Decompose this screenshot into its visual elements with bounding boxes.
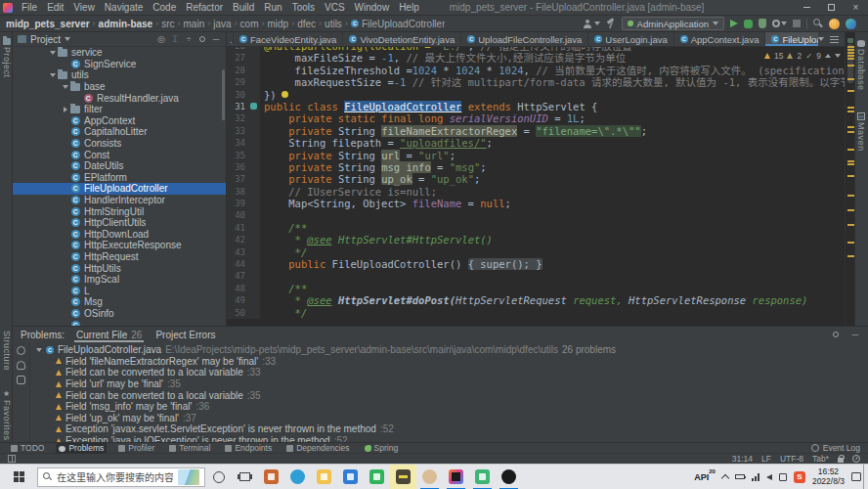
collapse-all-icon[interactable]: ÷: [184, 34, 194, 44]
chevron-down-icon[interactable]: [50, 73, 56, 77]
tree-item[interactable]: CHttpExecuteResponse: [13, 240, 226, 251]
tree-item[interactable]: CCapitalhoLitter: [13, 126, 226, 138]
taskbar-clock[interactable]: 16:52 2022/8/3: [812, 467, 845, 487]
menu-build[interactable]: Build: [228, 2, 259, 13]
menu-navigate[interactable]: Navigate: [100, 2, 148, 13]
code-line[interactable]: 35 private String url = "url";: [227, 150, 845, 161]
menu-vcs[interactable]: VCS: [320, 2, 350, 13]
project-panel-title[interactable]: Project: [30, 34, 61, 45]
code-line[interactable]: 31public class FileUploadCotroller exten…: [227, 101, 845, 112]
problem-row[interactable]: Exception 'javax.servlet.ServletExceptio…: [30, 423, 868, 435]
breadcrumb-item[interactable]: midp_pets_server: [6, 19, 90, 29]
problem-row[interactable]: Field 'url' may be 'final':35: [30, 378, 868, 390]
tree-item[interactable]: CResultHandler.java: [13, 92, 226, 104]
tree-item[interactable]: CHttpDownLoad: [13, 229, 226, 241]
tree-item[interactable]: base: [13, 81, 226, 93]
warning-stripe-mark[interactable]: [847, 163, 854, 165]
code-line[interactable]: 42 * @see HttpServlet#HttpServlet(): [227, 234, 845, 245]
taskbar-app-edge-browser[interactable]: [284, 465, 311, 489]
close-button[interactable]: ×: [844, 0, 868, 16]
tool-stripe-structure[interactable]: Structure: [0, 331, 13, 371]
breadcrumb-item[interactable]: admin-base: [99, 19, 153, 29]
tool-stripe-database[interactable]: Database: [856, 40, 866, 91]
problem-row[interactable]: Field 'fileNameExtractorRegex' may be 'f…: [30, 356, 868, 368]
tree-item[interactable]: CHandlerInterceptor: [13, 195, 226, 206]
expand-all-icon[interactable]: ⌶: [170, 34, 180, 44]
code-line[interactable]: 38 // IUserService is=null;: [227, 186, 845, 198]
tabs-list-icon[interactable]: [830, 36, 839, 43]
tree-item[interactable]: CMsg: [13, 296, 226, 308]
gradle-ball-icon[interactable]: [846, 19, 856, 29]
problem-row[interactable]: Exception 'java.io.IOException' is never…: [30, 435, 868, 442]
warning-stripe-mark[interactable]: [847, 111, 854, 112]
volume-icon[interactable]: [766, 474, 772, 480]
breadcrumb-current[interactable]: CFileUploadCotroller: [351, 19, 446, 29]
problem-row[interactable]: Field can be converted to a local variab…: [30, 389, 868, 401]
code-line[interactable]: 33 private String fileNameExtractorRegex…: [227, 125, 845, 137]
taskbar-app-highlighted-app[interactable]: [390, 465, 416, 489]
code-line[interactable]: 47: [227, 270, 845, 282]
tree-item[interactable]: CHttpRequest: [13, 251, 226, 263]
taskbar-app-tan-circle-app[interactable]: [416, 465, 443, 489]
locate-file-icon[interactable]: ◎: [156, 34, 166, 44]
project-scrollbar[interactable]: [222, 69, 225, 120]
tree-item[interactable]: CEPlatform: [13, 172, 226, 184]
start-button[interactable]: [0, 465, 37, 489]
menu-help[interactable]: Help: [394, 2, 424, 13]
profile-ball-icon[interactable]: [829, 19, 840, 29]
taskbar-app-black-circle-app[interactable]: [496, 465, 522, 489]
tool-window-button-profiler[interactable]: Profiler: [115, 443, 157, 454]
chevron-down-icon[interactable]: [63, 85, 68, 89]
tree-item[interactable]: CHttpClientUtils: [13, 217, 226, 229]
chevron-down-icon[interactable]: [65, 37, 70, 41]
warning-stripe-mark[interactable]: [847, 126, 854, 128]
menu-tools[interactable]: Tools: [287, 2, 320, 13]
show-desktop-button[interactable]: [863, 465, 868, 489]
tree-item[interactable]: COSinfo: [13, 308, 226, 320]
run-button[interactable]: [730, 20, 738, 27]
taskbar-app-file-explorer[interactable]: [311, 465, 337, 489]
warning-stripe-mark[interactable]: [847, 242, 854, 244]
taskbar-app-green-mail-app[interactable]: [364, 465, 390, 489]
breadcrumb-item[interactable]: java: [213, 19, 231, 29]
editor-tab[interactable]: CVivoDetetionEntity.java: [343, 32, 461, 46]
taskbar-app-store-app[interactable]: [258, 465, 284, 489]
warning-stripe-mark[interactable]: [847, 149, 854, 151]
warning-stripe-mark[interactable]: [847, 65, 854, 67]
stop-button[interactable]: [793, 20, 801, 27]
warning-stripe-mark[interactable]: [847, 49, 854, 51]
refresh-icon[interactable]: [17, 346, 25, 355]
group-icon[interactable]: [17, 376, 25, 384]
editor-tab[interactable]: CUserLogin.java: [588, 32, 673, 46]
tab-project-errors[interactable]: Project Errors: [153, 327, 217, 342]
menu-run[interactable]: Run: [259, 2, 286, 13]
user-menu[interactable]: [584, 20, 600, 28]
problems-hide-icon[interactable]: ─: [850, 330, 860, 339]
maximize-button[interactable]: [819, 0, 844, 16]
tool-stripe-favorites[interactable]: ★ Favorites: [0, 389, 13, 441]
chevron-down-icon[interactable]: [36, 348, 42, 352]
tab-current-file[interactable]: Current File 26: [74, 327, 144, 342]
menu-view[interactable]: View: [68, 2, 100, 13]
class-gutter-marker-icon[interactable]: [250, 103, 257, 110]
tree-item[interactable]: filter: [13, 104, 226, 115]
menu-window[interactable]: Window: [350, 2, 395, 13]
warning-stripe-mark[interactable]: [847, 107, 854, 109]
action-center-icon[interactable]: [851, 472, 861, 481]
tree-item[interactable]: CSignService: [13, 59, 226, 70]
editor-tab[interactable]: CFileUploadCotroller.java: [765, 32, 818, 46]
code-line[interactable]: 28 fileSizeThreshold =1024 * 1024 * 1024…: [227, 65, 845, 76]
next-issue-icon[interactable]: [835, 54, 841, 58]
tool-stripe-maven[interactable]: m Maven: [856, 112, 866, 152]
breadcrumb-item[interactable]: dfec: [297, 19, 316, 29]
editor-tab[interactable]: CFaceVideoEntity.java: [234, 32, 343, 46]
warning-stripe-mark[interactable]: [847, 58, 854, 60]
breadcrumb-item[interactable]: src: [161, 19, 174, 29]
inspection-widget[interactable]: 15 2 ✓ 9: [764, 51, 841, 61]
warning-stripe-mark[interactable]: [847, 224, 854, 226]
problem-row[interactable]: Field 'up_ok' may be 'final':37: [30, 413, 868, 424]
tree-item[interactable]: CImgScal: [13, 274, 226, 286]
caret-position[interactable]: 31:14: [732, 454, 753, 464]
tree-item[interactable]: utils: [13, 69, 226, 81]
tree-item[interactable]: CFileUploadCotroller: [13, 183, 226, 195]
